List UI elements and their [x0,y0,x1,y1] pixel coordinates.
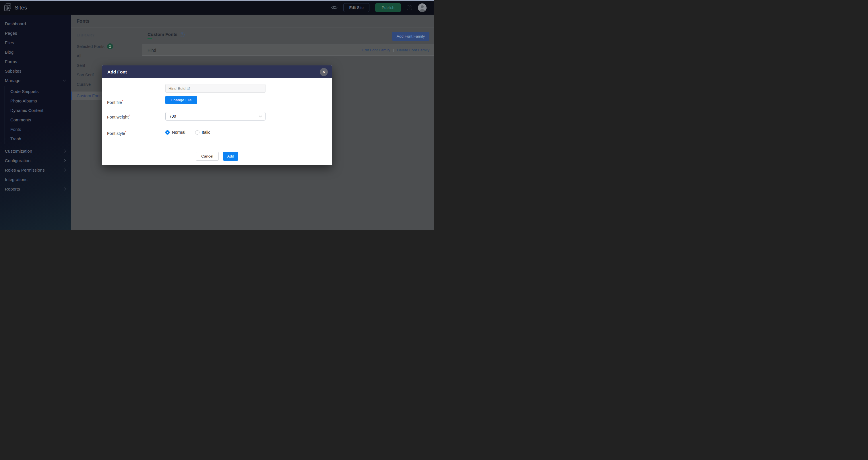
sidebar-item-integrations[interactable]: Integrations [0,175,71,184]
cancel-button[interactable]: Cancel [196,152,219,161]
font-style-options: Normal Italic [165,130,210,135]
library-item-all[interactable]: All [71,51,142,61]
sidebar-item-dynamic-content[interactable]: Dynamic Content [5,106,71,115]
sidebar-item-label: Dynamic Content [10,108,43,113]
font-family-row: Hind Edit Font Family | Delete Font Fami… [143,44,434,56]
custom-fonts-help-icon[interactable]: ? [180,32,185,37]
add-button[interactable]: Add [223,152,238,161]
link-separator: | [393,48,394,52]
font-weight-value: 700 [169,114,259,119]
page-header: Fonts [71,14,434,28]
sidebar-item-pages[interactable]: Pages [0,28,71,38]
sidebar-item-label: Code Snippets [10,89,38,94]
add-font-family-button[interactable]: Add Font Family [392,32,429,41]
sidebar-item-label: Photo Albums [10,98,37,103]
required-mark: * [129,114,130,118]
modal-footer: Cancel Add [102,146,332,165]
sidebar-item-code-snippets[interactable]: Code Snippets [5,87,71,96]
manage-submenu: Code Snippets Photo Albums Dynamic Conte… [5,86,71,144]
sidebar-item-trash[interactable]: Trash [5,134,71,143]
sidebar-item-label: Roles & Permissions [5,168,44,172]
library-item-label: San Serif [76,73,94,77]
sidebar-item-label: Pages [5,31,17,36]
sidebar-item-manage[interactable]: Manage [0,76,71,85]
change-file-button[interactable]: Change File [165,96,197,104]
edit-site-button[interactable]: Edit Site [343,3,369,12]
app-window: Sites Edit Site Publish ? Dashboar [0,0,434,230]
sidebar-item-forms[interactable]: Forms [0,57,71,66]
radio-italic-unselected[interactable] [195,130,199,135]
font-weight-select[interactable]: 700 [165,112,266,121]
sidebar-item-reports[interactable]: Reports [0,184,71,194]
field-label-text: Font file [107,100,122,105]
chevron-right-icon [63,169,66,172]
sidebar-item-subsites[interactable]: Subsites [0,66,71,76]
font-style-label: Font style* [107,130,126,136]
sidebar-item-customization[interactable]: Customization [0,146,71,156]
sidebar-item-configuration[interactable]: Configuration [0,156,71,165]
custom-fonts-title: Custom Fonts [148,32,177,37]
library-item-label: Selected Fonts [76,44,104,49]
sidebar-item-roles-permissions[interactable]: Roles & Permissions [0,165,71,175]
sidebar-item-photo-albums[interactable]: Photo Albums [5,96,71,106]
sidebar-item-comments[interactable]: Comments [5,115,71,125]
radio-normal-selected[interactable] [165,130,169,135]
sidebar-item-label: Fonts [10,127,21,132]
field-label-text: Font weight [107,115,129,119]
active-tab-underline [148,38,152,39]
library-item-selected-fonts[interactable]: Selected Fonts 2 [71,42,142,51]
chevron-right-icon [63,159,66,162]
help-icon[interactable]: ? [407,5,412,10]
app-title: Sites [14,5,27,11]
delete-font-family-link[interactable]: Delete Font Family [397,48,429,52]
publish-button[interactable]: Publish [375,3,401,12]
edit-font-family-link[interactable]: Edit Font Family [362,48,391,52]
sidebar-item-label: Integrations [5,177,27,182]
sidebar-item-label: Reports [5,187,20,191]
sidebar-item-label: Dashboard [5,21,26,26]
modal-body: Font file* Change File Font weight* 700 … [102,78,332,165]
sidebar-item-label: Comments [10,118,31,122]
chevron-right-icon [63,150,66,153]
modal-title: Add Font [107,69,127,75]
modal-header: Add Font ✕ [102,65,332,78]
font-weight-label: Font weight* [107,114,130,119]
sidebar-item-blog[interactable]: Blog [0,47,71,57]
radio-dot [167,132,168,133]
topbar: Sites Edit Site Publish ? [0,1,434,14]
library-heading: LIBRARY [71,31,142,39]
field-label-text: Font style [107,131,125,136]
library-item-label: Serif [76,63,85,68]
custom-fonts-header: Custom Fonts ? [143,28,434,37]
browser-top-edge [0,0,434,1]
app-logo[interactable]: Sites [3,3,27,12]
font-family-name: Hind [148,48,362,53]
library-item-label: Custom Fonts [76,94,102,98]
library-item-label: Cursive [76,82,91,87]
topbar-actions: Edit Site Publish ? [331,3,427,12]
font-file-label: Font file* [107,99,123,105]
sidebar-item-fonts[interactable]: Fonts [5,125,71,134]
font-file-input[interactable] [165,84,266,93]
sidebar: Dashboard Pages Files Blog Forms Subsite… [0,14,71,230]
radio-normal-label[interactable]: Normal [172,130,185,135]
selected-fonts-count-badge: 2 [107,43,113,50]
sidebar-item-label: Forms [5,59,17,64]
chevron-down-icon [63,78,66,81]
radio-italic-label[interactable]: Italic [202,130,210,135]
close-icon[interactable]: ✕ [320,68,328,76]
add-font-modal: Add Font ✕ Font file* Change File Font w… [102,65,332,165]
avatar[interactable] [418,3,427,12]
preview-eye-icon[interactable] [331,5,338,10]
sidebar-item-files[interactable]: Files [0,38,71,47]
chevron-right-icon [63,188,66,191]
sidebar-item-label: Subsites [5,69,22,73]
sidebar-item-label: Manage [5,78,20,83]
sidebar-item-dashboard[interactable]: Dashboard [0,19,71,28]
sidebar-item-label: Files [5,40,14,45]
library-item-label: All [76,54,81,58]
chevron-down-icon [259,114,262,118]
sidebar-item-label: Trash [10,136,21,141]
sidebar-item-label: Customization [5,149,32,154]
required-mark: * [125,130,126,134]
